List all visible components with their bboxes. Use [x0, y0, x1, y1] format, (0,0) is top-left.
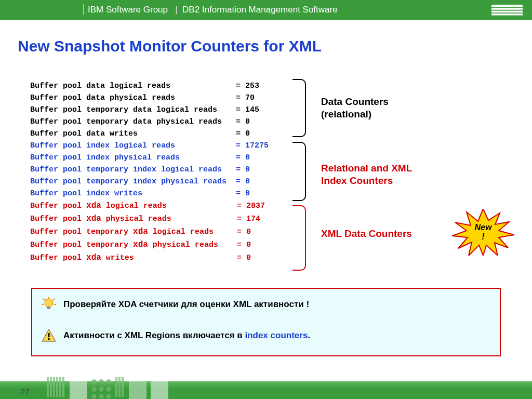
ibm-logo: [491, 5, 523, 16]
svg-rect-13: [48, 338, 50, 340]
counter-row: Buffer pool temporary xda logical reads …: [30, 225, 269, 238]
slide-title: New Snapshot Monitor Counters for XML: [18, 37, 322, 55]
header-title: IBM Software Group | DB2 Information Man…: [83, 0, 338, 20]
index-counters-link: index counters: [245, 330, 308, 340]
callout-row-2: Активности с XML Regions включается в in…: [42, 328, 310, 343]
callout-text-2: Активности с XML Regions включается в in…: [63, 330, 310, 341]
svg-rect-2: [491, 8, 523, 9]
counter-row: Buffer pool index writes = 0: [30, 188, 269, 200]
header-bar: IBM Software Group | DB2 Information Man…: [0, 0, 532, 20]
svg-rect-0: [491, 5, 523, 6]
brace-index: [292, 142, 306, 201]
tip-callout: Проверяйте XDA счетчики для оценки XML а…: [31, 288, 501, 356]
counter-row: Buffer pool temporary data logical reads…: [30, 104, 269, 116]
callout-row-1: Проверяйте XDA счетчики для оценки XML а…: [42, 297, 309, 312]
brace-xda: [292, 205, 306, 271]
svg-rect-4: [491, 11, 523, 12]
counter-row: Buffer pool temporary xda physical reads…: [30, 238, 269, 251]
header-group: IBM Software Group: [88, 5, 168, 15]
svg-rect-12: [48, 333, 50, 337]
counter-row: Buffer pool data logical reads = 253: [30, 80, 269, 92]
page-number: 27: [21, 387, 30, 396]
counter-row: Buffer pool index logical reads = 17275: [30, 140, 269, 152]
counter-row: Buffer pool temporary data physical read…: [30, 116, 269, 128]
counter-row: Buffer pool index physical reads = 0: [30, 152, 269, 164]
counter-row: Buffer pool xda logical reads = 2837: [30, 200, 269, 212]
callout-text-1: Проверяйте XDA счетчики для оценки XML а…: [63, 299, 309, 310]
footer-decoration: [47, 373, 410, 399]
annotation-data: Data Counters (relational): [321, 96, 389, 121]
counter-row: Buffer pool temporary index logical read…: [30, 164, 269, 176]
svg-rect-3: [491, 9, 523, 10]
new-starburst-text: New !: [475, 223, 492, 242]
svg-rect-1: [491, 6, 523, 7]
svg-rect-5: [491, 12, 523, 14]
annotation-index: Relational and XMLIndex Counters: [321, 162, 412, 187]
svg-point-9: [45, 299, 53, 307]
lightbulb-icon: [42, 297, 56, 312]
counter-row: Buffer pool temporary index physical rea…: [30, 176, 269, 188]
annotation-xda: XML Data Counters: [321, 228, 412, 240]
brace-data: [292, 79, 306, 137]
counter-row: Buffer pool xda writes = 0: [30, 251, 269, 264]
counter-row: Buffer pool data physical reads = 70: [30, 92, 269, 104]
counter-row: Buffer pool xda physical reads = 174: [30, 212, 269, 225]
warning-icon: [42, 328, 56, 343]
new-starburst: New !: [452, 209, 514, 256]
header-product: DB2 Information Management Software: [182, 5, 338, 15]
footer-bar: [0, 381, 532, 399]
counter-list: Buffer pool data logical reads = 253Buff…: [30, 80, 269, 264]
svg-rect-7: [491, 16, 523, 16]
counter-row: Buffer pool data writes = 0: [30, 128, 269, 140]
svg-rect-6: [491, 14, 523, 15]
svg-rect-10: [47, 307, 50, 309]
